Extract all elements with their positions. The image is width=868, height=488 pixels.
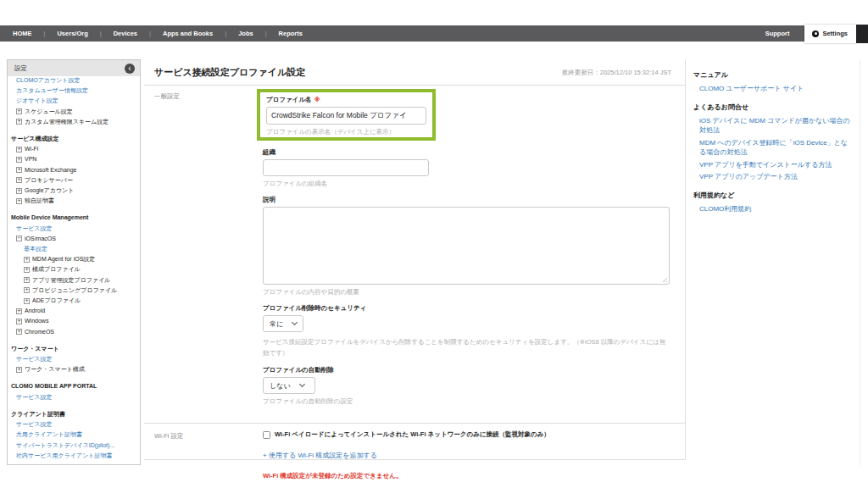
description-field: 説明 プロファイルの内容や目的の概要 — [263, 196, 670, 297]
sidebar-link-33[interactable]: 社内サービス用クライアント証明書 — [8, 451, 140, 461]
removal-security-value: 常に — [270, 319, 283, 329]
nav-item-jobs[interactable]: Jobs — [226, 30, 265, 37]
wifi-payload-checkbox[interactable] — [263, 431, 270, 439]
sidebar-node-4[interactable]: +カスタム管理権限スキーム設定 — [8, 117, 140, 127]
wifi-section-label: Wi-Fi 設定 — [154, 430, 263, 480]
sidebar-node-6[interactable]: +Wi-Fi — [8, 144, 140, 154]
expand-icon[interactable]: + — [16, 119, 22, 125]
removal-security-field: プロファイル削除時のセキュリティ 常に サービス接続設定プロファイルをデバイスか… — [263, 304, 670, 358]
expand-icon[interactable]: + — [16, 188, 22, 194]
sidebar-node-17[interactable]: +構成プロファイル — [8, 264, 140, 274]
sidebar-node-21[interactable]: +Android — [8, 306, 140, 316]
expand-icon[interactable]: + — [24, 298, 30, 304]
sidebar-node-19[interactable]: +プロビジョニングプロファイル — [8, 286, 140, 296]
sidebar-node-11[interactable]: +独自証明書 — [8, 196, 140, 206]
expand-icon[interactable]: + — [16, 167, 22, 173]
chevron-down-icon — [292, 319, 298, 325]
sidebar-node-16[interactable]: +MDM Agent for iOS設定 — [8, 254, 140, 264]
sidebar-node-18[interactable]: +アプリ管理設定プロファイル — [8, 275, 140, 286]
expand-icon[interactable]: + — [24, 257, 30, 263]
help-section-title-2: 利用規約など — [693, 191, 853, 200]
chevron-down-icon — [299, 381, 305, 387]
expand-icon[interactable]: + — [16, 308, 22, 314]
sidebar-section-24: ワーク・スマート — [8, 344, 140, 354]
sidebar-item-label: 共用クライアント証明書 — [16, 430, 82, 440]
sidebar-item-label: CLOMO MOBILE APP PORTAL — [11, 381, 97, 391]
help-link[interactable]: iOS デバイスに MDM コマンドが届かない場合の対処法 — [699, 116, 853, 136]
expand-icon[interactable]: + — [16, 367, 22, 373]
sidebar-node-3[interactable]: +スケジュール設定 — [8, 107, 140, 117]
sidebar-title: 設定 — [14, 64, 27, 73]
help-panel: マニュアルCLOMO ユーザーサポート サイトよくあるお問合せiOS デバイスに… — [688, 59, 860, 465]
sidebar-item-label: ジオサイト設定 — [16, 96, 58, 106]
sidebar-node-22[interactable]: +Windows — [8, 316, 140, 326]
expand-icon[interactable]: + — [16, 198, 22, 204]
organization-field: 組織 プロファイルの組織名 — [263, 148, 670, 188]
sidebar-node-26[interactable]: +ワーク・スマート構成 — [8, 364, 140, 374]
expand-icon[interactable]: + — [16, 177, 22, 183]
sidebar-item-label: 構成プロファイル — [32, 264, 81, 274]
expand-icon[interactable]: + — [24, 267, 30, 273]
expand-icon[interactable]: + — [16, 147, 22, 152]
wifi-settings-row: Wi-Fi 設定 Wi-Fi ペイロードによってインストールされた Wi-Fi … — [144, 423, 685, 487]
expand-icon[interactable]: + — [16, 108, 22, 114]
auto-remove-select[interactable]: しない — [263, 377, 315, 394]
help-link[interactable]: VPP アプリを手動でインストールする方法 — [699, 160, 853, 170]
help-link[interactable]: MDM へのデバイス登録時に「iOS Device」となる場合の対処法 — [699, 138, 853, 158]
sidebar-link-1[interactable]: カスタムユーザー情報設定 — [8, 86, 140, 96]
sidebar-item-label: Microsoft Exchange — [25, 165, 76, 175]
expand-icon[interactable]: + — [16, 329, 22, 335]
expand-icon[interactable]: + — [16, 319, 22, 324]
nav-item-apps-and-books[interactable]: Apps and Books — [151, 30, 225, 37]
sidebar-link-28[interactable]: サービス設定 — [8, 392, 140, 402]
sidebar-node-14[interactable]: −iOS/macOS — [8, 234, 140, 244]
expand-icon[interactable]: + — [24, 277, 30, 283]
sidebar-item-label: Windows — [25, 316, 48, 326]
sidebar-link-25[interactable]: サービス設定 — [8, 354, 140, 364]
profile-name-label: プロファイル名※ — [266, 96, 426, 104]
sidebar-item-label: カスタムユーザー情報設定 — [16, 86, 88, 96]
sidebar-node-9[interactable]: +プロキシサーバー — [8, 175, 140, 186]
sidebar-node-23[interactable]: +ChromeOS — [8, 327, 140, 337]
profile-name-input[interactable] — [266, 107, 426, 125]
expand-icon[interactable]: + — [24, 287, 30, 293]
help-link[interactable]: CLOMO利用規約 — [699, 204, 853, 214]
nav-item-devices[interactable]: Devices — [102, 30, 149, 37]
sidebar-link-31[interactable]: 共用クライアント証明書 — [8, 430, 140, 440]
sidebar-link-32[interactable]: サイバートラストデバイスID(pilot)... — [8, 441, 140, 451]
add-wifi-config-link[interactable]: + 使用する Wi-Fi 構成設定を追加する — [263, 451, 670, 460]
sidebar-node-20[interactable]: +ADEプロファイル — [8, 296, 140, 306]
sidebar-node-10[interactable]: +Googleアカウント — [8, 186, 140, 196]
collapse-icon[interactable]: − — [16, 236, 22, 241]
sidebar-node-7[interactable]: +VPN — [8, 154, 140, 164]
nav-item-home[interactable]: HOME — [13, 30, 44, 37]
sidebar-link-30[interactable]: サービス設定 — [8, 419, 140, 430]
sidebar-link-13[interactable]: サービス設定 — [8, 224, 140, 234]
description-textarea-wrap — [263, 207, 670, 285]
settings-sidebar: 設定 ‹ CLOMOアカウント設定カスタムユーザー情報設定ジオサイト設定+スケジ… — [7, 59, 141, 465]
nav-item-reports[interactable]: Reports — [267, 30, 314, 37]
nav-item-users-org[interactable]: Users/Org — [45, 30, 99, 37]
sidebar-node-8[interactable]: +Microsoft Exchange — [8, 165, 140, 175]
description-textarea[interactable] — [263, 207, 670, 285]
support-button[interactable]: Support — [750, 30, 805, 37]
collapse-sidebar-button[interactable]: ‹ — [125, 64, 135, 74]
settings-tab[interactable]: Settings — [804, 25, 856, 43]
sidebar-item-label: CLOMOアカウント設定 — [16, 75, 81, 86]
wifi-checkbox-row: Wi-Fi ペイロードによってインストールされた Wi-Fi ネットワークのみに… — [263, 430, 670, 439]
help-link[interactable]: CLOMO ユーザーサポート サイト — [699, 84, 853, 94]
sidebar-link-0[interactable]: CLOMOアカウント設定 — [8, 75, 140, 86]
sidebar-link-2[interactable]: ジオサイト設定 — [8, 96, 140, 106]
topnav-menu: HOME|Users/Org|Devices|Apps and Books|Jo… — [13, 30, 314, 37]
expand-icon[interactable]: + — [16, 157, 22, 163]
help-link[interactable]: VPP アプリのアップデート方法 — [699, 172, 853, 182]
description-helper: プロファイルの内容や目的の概要 — [263, 288, 670, 297]
removal-security-select[interactable]: 常に — [263, 315, 303, 332]
sidebar-link-15[interactable]: 基本設定 — [8, 244, 140, 254]
organization-label: 組織 — [263, 148, 670, 157]
sidebar-item-label: iOS/macOS — [25, 234, 56, 244]
organization-input[interactable] — [263, 159, 429, 176]
topnav-right: Support Settings — [750, 25, 868, 42]
profile-name-label-text: プロファイル名 — [266, 96, 312, 103]
top-navigation-bar: HOME|Users/Org|Devices|Apps and Books|Jo… — [0, 25, 868, 42]
